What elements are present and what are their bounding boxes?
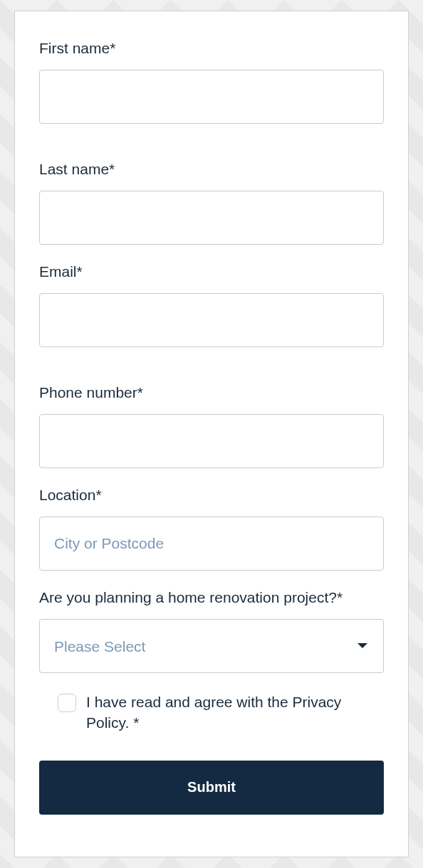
last-name-field: Last name* [39, 161, 384, 245]
email-field: Email* [39, 263, 384, 347]
renovation-field: Are you planning a home renovation proje… [39, 589, 384, 673]
renovation-label: Are you planning a home renovation proje… [39, 589, 384, 606]
submit-button[interactable]: Submit [39, 761, 384, 815]
last-name-label: Last name* [39, 161, 384, 178]
location-label: Location* [39, 487, 384, 504]
location-field: Location* [39, 487, 384, 571]
first-name-input[interactable] [39, 70, 384, 124]
phone-field: Phone number* [39, 384, 384, 468]
renovation-select[interactable]: Please Select [39, 619, 384, 673]
first-name-label: First name* [39, 40, 384, 57]
location-input[interactable] [39, 517, 384, 571]
first-name-field: First name* [39, 40, 384, 124]
email-label: Email* [39, 263, 384, 280]
consent-checkbox[interactable] [58, 694, 76, 712]
consent-label: I have read and agree with the Privacy P… [86, 692, 384, 734]
consent-row: I have read and agree with the Privacy P… [39, 692, 384, 734]
phone-input[interactable] [39, 414, 384, 468]
renovation-select-wrap: Please Select [39, 619, 384, 673]
email-input[interactable] [39, 293, 384, 347]
phone-label: Phone number* [39, 384, 384, 401]
form-card: First name* Last name* Email* Phone numb… [14, 11, 409, 857]
last-name-input[interactable] [39, 191, 384, 245]
